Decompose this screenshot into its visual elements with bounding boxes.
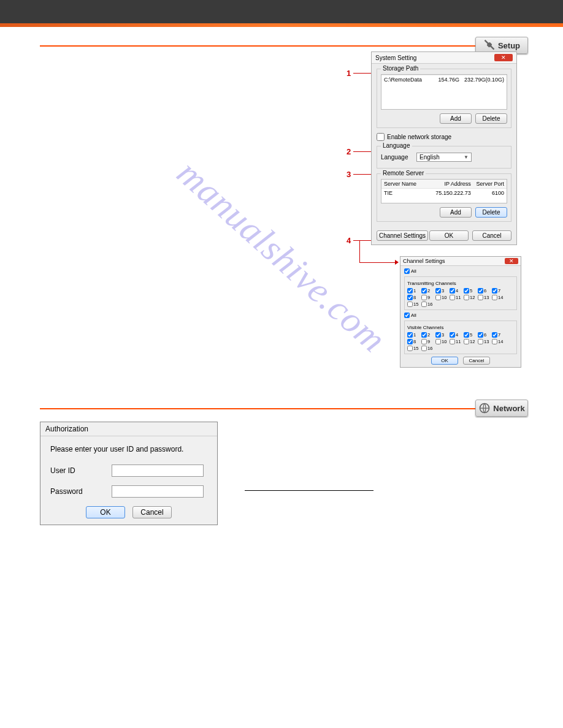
authorization-dialog: Authorization Please enter your user ID … bbox=[40, 422, 218, 525]
channel-settings-title: Channel Settings bbox=[403, 258, 445, 264]
close-icon[interactable] bbox=[505, 258, 518, 264]
remote-server-label: Remote Server bbox=[381, 170, 426, 176]
channel-checkbox-9[interactable]: 9 bbox=[421, 339, 435, 344]
channel-checkbox-15[interactable]: 15 bbox=[407, 301, 421, 307]
enable-network-storage-checkbox[interactable] bbox=[377, 133, 385, 141]
storage-total-cell: 232.79G(0.10G) bbox=[462, 75, 507, 84]
tx-all-checkbox[interactable] bbox=[404, 268, 410, 274]
network-badge-label: Network bbox=[493, 404, 524, 413]
channel-checkbox-2[interactable]: 2 bbox=[421, 288, 435, 294]
vis-all-checkbox[interactable] bbox=[404, 313, 410, 318]
cell-port: 6100 bbox=[473, 188, 507, 197]
channel-checkbox-8[interactable]: 8 bbox=[407, 339, 421, 344]
remote-server-group: Remote Server Server Name IP Address Ser… bbox=[377, 173, 511, 222]
remote-add-button[interactable]: Add bbox=[440, 207, 472, 218]
channel-checkbox-5[interactable]: 5 bbox=[464, 332, 477, 338]
channel-checkbox-8[interactable]: 8 bbox=[407, 295, 421, 300]
language-group: Language Language English ▼ bbox=[377, 146, 511, 169]
channel-checkbox-13[interactable]: 13 bbox=[478, 339, 491, 344]
cancel-button[interactable]: Cancel bbox=[472, 230, 511, 241]
channel-checkbox-5[interactable]: 5 bbox=[464, 288, 477, 294]
callout-4-arrow bbox=[395, 260, 399, 265]
channel-checkbox-11[interactable]: 11 bbox=[450, 295, 463, 300]
password-input[interactable] bbox=[112, 485, 204, 498]
storage-delete-button[interactable]: Delete bbox=[475, 113, 507, 124]
col-ip: IP Address bbox=[432, 180, 473, 188]
user-id-label: User ID bbox=[50, 466, 112, 475]
globe-icon bbox=[478, 402, 491, 414]
system-setting-title: System Setting bbox=[375, 55, 416, 61]
channel-checkbox-12[interactable]: 12 bbox=[464, 295, 477, 300]
storage-free-cell: 154.76G bbox=[434, 75, 462, 84]
network-text bbox=[242, 422, 523, 525]
network-badge: Network bbox=[475, 400, 528, 417]
language-label: Language bbox=[381, 154, 412, 161]
chan-ok-button[interactable]: OK bbox=[431, 357, 458, 365]
channel-checkbox-1[interactable]: 1 bbox=[407, 288, 421, 294]
cell-server-name: TIE bbox=[381, 188, 432, 197]
ok-button[interactable]: OK bbox=[429, 230, 469, 241]
storage-path-cell: C:\RemoteData bbox=[381, 75, 434, 84]
cell-ip: 75.150.222.73 bbox=[432, 188, 473, 197]
channel-checkbox-6[interactable]: 6 bbox=[478, 288, 491, 294]
col-server-name: Server Name bbox=[381, 180, 432, 188]
remote-server-list[interactable]: Server Name IP Address Server Port TIE 7… bbox=[381, 179, 507, 203]
callout-4-connector bbox=[359, 240, 360, 262]
channel-checkbox-10[interactable]: 10 bbox=[435, 295, 449, 300]
storage-path-group: Storage Path C:\RemoteData 154.76G 232.7… bbox=[377, 69, 511, 128]
channel-checkbox-3[interactable]: 3 bbox=[435, 332, 449, 338]
channel-checkbox-15[interactable]: 15 bbox=[407, 346, 421, 351]
tools-icon bbox=[483, 39, 496, 51]
storage-path-label: Storage Path bbox=[381, 65, 420, 72]
channel-checkbox-11[interactable]: 11 bbox=[450, 339, 463, 344]
authorization-title: Authorization bbox=[40, 422, 217, 436]
visible-channels-group: Visible Channels 12345678910111213141516 bbox=[404, 320, 517, 354]
channel-checkbox-7[interactable]: 7 bbox=[492, 332, 505, 338]
channel-checkbox-4[interactable]: 4 bbox=[450, 332, 463, 338]
chan-cancel-button[interactable]: Cancel bbox=[463, 357, 490, 365]
rule bbox=[40, 408, 523, 409]
channel-checkbox-2[interactable]: 2 bbox=[421, 332, 435, 338]
channel-checkbox-3[interactable]: 3 bbox=[435, 288, 449, 294]
channel-checkbox-4[interactable]: 4 bbox=[450, 288, 463, 294]
language-group-label: Language bbox=[381, 142, 412, 149]
channel-checkbox-14[interactable]: 14 bbox=[492, 339, 505, 344]
remote-delete-button[interactable]: Delete bbox=[475, 207, 507, 218]
vis-all-label: All bbox=[411, 313, 416, 318]
channel-checkbox-14[interactable]: 14 bbox=[492, 295, 505, 300]
channel-checkbox-12[interactable]: 12 bbox=[464, 339, 477, 344]
network-body: Authorization Please enter your user ID … bbox=[40, 422, 523, 525]
auth-cancel-button[interactable]: Cancel bbox=[132, 506, 172, 518]
chevron-down-icon: ▼ bbox=[464, 154, 469, 160]
channel-checkbox-7[interactable]: 7 bbox=[492, 288, 505, 294]
language-value: English bbox=[419, 154, 440, 161]
top-bar bbox=[0, 0, 563, 23]
channel-checkbox-16[interactable]: 16 bbox=[421, 301, 435, 307]
rule bbox=[40, 45, 523, 47]
setup-section-header: Setup bbox=[40, 45, 523, 47]
password-label: Password bbox=[50, 487, 112, 496]
setup-badge-label: Setup bbox=[498, 41, 520, 50]
authorization-prompt: Please enter your user ID and password. bbox=[50, 445, 207, 453]
col-port: Server Port bbox=[473, 180, 507, 188]
channel-checkbox-10[interactable]: 10 bbox=[435, 339, 449, 344]
system-setting-dialog: System Setting Storage Path C:\RemoteDat… bbox=[371, 51, 517, 245]
channel-checkbox-16[interactable]: 16 bbox=[421, 346, 435, 351]
channel-checkbox-9[interactable]: 9 bbox=[421, 295, 435, 300]
channel-settings-button[interactable]: Channel Settings bbox=[377, 230, 428, 241]
network-section-header: Network bbox=[40, 408, 523, 409]
close-icon[interactable] bbox=[494, 54, 513, 61]
auth-ok-button[interactable]: OK bbox=[86, 506, 125, 518]
transmitting-label: Transmitting Channels bbox=[407, 281, 456, 286]
user-id-input[interactable] bbox=[112, 464, 204, 477]
channel-checkbox-13[interactable]: 13 bbox=[478, 295, 491, 300]
transmitting-channels-group: Transmitting Channels 123456789101112131… bbox=[404, 276, 517, 310]
channel-checkbox-1[interactable]: 1 bbox=[407, 332, 421, 338]
tx-all-label: All bbox=[411, 268, 416, 274]
channel-checkbox-6[interactable]: 6 bbox=[478, 332, 491, 338]
callout-4-connector-h bbox=[359, 262, 396, 263]
storage-add-button[interactable]: Add bbox=[440, 113, 472, 124]
language-select[interactable]: English ▼ bbox=[416, 153, 472, 162]
channel-settings-dialog: Channel Settings All Transmitting Channe… bbox=[400, 256, 521, 368]
storage-list[interactable]: C:\RemoteData 154.76G 232.79G(0.10G) bbox=[381, 74, 507, 110]
